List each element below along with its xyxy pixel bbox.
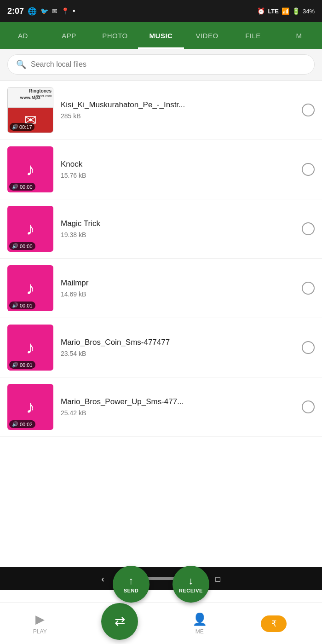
rupee-icon: ₹ <box>271 619 276 629</box>
music-note-icon: ♪ <box>26 219 35 239</box>
receive-button[interactable]: ↓ RECEIVE <box>172 566 209 603</box>
nav-me[interactable]: 👤 ME <box>181 612 218 635</box>
file-thumbnail: www.Mp3 Ringtones Direct.com ✉ 🔊00:17 <box>7 87 53 133</box>
duration-badge: 🔊00:00 <box>9 183 35 191</box>
file-select-radio[interactable] <box>302 400 315 413</box>
file-info: Mailmpr 14.69 kB <box>61 278 294 298</box>
coin-button[interactable]: ₹ <box>261 615 287 632</box>
file-name: Kisi_Ki_Muskurahaton_Pe_-_Instr... <box>61 100 294 110</box>
lte-label: LTE <box>268 8 279 15</box>
file-select-radio[interactable] <box>302 341 315 354</box>
file-info: Knock 15.76 kB <box>61 160 294 179</box>
file-select-radio[interactable] <box>302 282 315 295</box>
file-select-radio[interactable] <box>302 104 315 116</box>
duration-badge: 🔊00:02 <box>9 420 35 428</box>
tab-music[interactable]: MUSIC <box>138 22 184 49</box>
search-icon: 🔍 <box>16 59 26 70</box>
file-info: Mario_Bros_Power_Up_Sms-477... 25.42 kB <box>61 397 294 417</box>
file-select-radio[interactable] <box>302 163 315 176</box>
file-select-radio[interactable] <box>302 222 315 235</box>
twitter-icon: 🐦 <box>40 7 48 15</box>
list-item[interactable]: ♪ 🔊00:00 Magic Trick 19.38 kB <box>0 199 322 259</box>
coin-area[interactable]: ₹ <box>261 615 300 632</box>
play-icon: ▶ <box>35 612 45 627</box>
file-size: 15.76 kB <box>61 172 294 179</box>
list-item[interactable]: ♪ 🔊00:01 Mario_Bros_Coin_Sms-477477 23.5… <box>0 318 322 377</box>
mail-icon: ✉ <box>52 7 58 15</box>
list-item[interactable]: ♪ 🔊00:00 Knock 15.76 kB <box>0 140 322 199</box>
battery-level: 34% <box>303 8 315 15</box>
tab-photo[interactable]: PHOTO <box>92 22 138 49</box>
file-thumbnail: ♪ 🔊00:01 <box>7 325 53 371</box>
file-info: Magic Trick 19.38 kB <box>61 219 294 238</box>
duration-badge: 🔊00:01 <box>9 361 35 369</box>
file-size: 14.69 kB <box>61 290 294 298</box>
file-list: www.Mp3 Ringtones Direct.com ✉ 🔊00:17 Ki… <box>0 81 322 567</box>
music-note-icon: ♪ <box>26 397 35 417</box>
receive-icon: ↓ <box>188 575 194 587</box>
dot-indicator: • <box>73 7 75 15</box>
battery-icon: 🔋 <box>292 7 300 15</box>
file-size: 23.54 kB <box>61 350 294 357</box>
file-name: Mario_Bros_Coin_Sms-477477 <box>61 338 294 347</box>
file-thumbnail: ♪ 🔊00:01 <box>7 265 53 311</box>
receive-label: RECEIVE <box>179 588 203 593</box>
transfer-icon: ⇄ <box>115 614 125 629</box>
play-label: PLAY <box>33 628 47 635</box>
status-time: 2:07 <box>7 6 24 16</box>
file-info: Mario_Bros_Coin_Sms-477477 23.54 kB <box>61 338 294 357</box>
send-label: SEND <box>124 588 139 593</box>
list-item[interactable]: ♪ 🔊00:01 Mailmpr 14.69 kB <box>0 259 322 318</box>
action-buttons: ↑ SEND ↓ RECEIVE <box>0 566 322 603</box>
nav-tabs: AD APP PHOTO MUSIC VIDEO FILE M <box>0 22 322 49</box>
bottom-nav: ▶ PLAY ⇄ 👤 ME ₹ <box>0 603 322 644</box>
me-label: ME <box>196 628 204 635</box>
me-icon: 👤 <box>192 612 207 627</box>
search-input[interactable] <box>31 60 306 69</box>
tab-file[interactable]: FILE <box>230 22 276 49</box>
signal-icon: 📶 <box>282 7 289 15</box>
list-item[interactable]: ♪ 🔊00:02 Mario_Bros_Power_Up_Sms-477... … <box>0 377 322 437</box>
file-size: 285 kB <box>61 112 294 120</box>
file-thumbnail: ♪ 🔊00:02 <box>7 384 53 430</box>
tab-video[interactable]: VIDEO <box>184 22 230 49</box>
music-note-icon: ♪ <box>26 160 35 180</box>
music-note-icon: ♪ <box>26 278 35 298</box>
nav-play[interactable]: ▶ PLAY <box>22 612 58 635</box>
alarm-icon: ⏰ <box>257 7 265 15</box>
menu-bars-icon <box>290 620 300 627</box>
maps-icon: 📍 <box>61 7 69 15</box>
status-bar: 2:07 🌐 🐦 ✉ 📍 • ⏰ LTE 📶 🔋 34% <box>0 0 322 22</box>
tab-app[interactable]: APP <box>46 22 92 49</box>
tab-more[interactable]: M <box>276 22 322 49</box>
send-icon: ↑ <box>128 575 134 587</box>
file-size: 19.38 kB <box>61 231 294 238</box>
file-thumbnail: ♪ 🔊00:00 <box>7 206 53 252</box>
list-item[interactable]: www.Mp3 Ringtones Direct.com ✉ 🔊00:17 Ki… <box>0 81 322 140</box>
file-name: Magic Trick <box>61 219 294 228</box>
tab-ad[interactable]: AD <box>0 22 46 49</box>
duration-badge: 🔊00:01 <box>9 302 35 309</box>
file-name: Mario_Bros_Power_Up_Sms-477... <box>61 397 294 406</box>
file-name: Knock <box>61 160 294 169</box>
file-info: Kisi_Ki_Muskurahaton_Pe_-_Instr... 285 k… <box>61 100 294 120</box>
file-thumbnail: ♪ 🔊00:00 <box>7 146 53 192</box>
duration-badge: 🔊00:00 <box>9 242 35 250</box>
music-note-icon: ♪ <box>26 338 35 358</box>
send-button[interactable]: ↑ SEND <box>113 566 150 603</box>
file-name: Mailmpr <box>61 278 294 288</box>
chrome-icon: 🌐 <box>28 7 37 16</box>
file-size: 25.42 kB <box>61 409 294 417</box>
search-bar: 🔍 <box>0 49 322 81</box>
nav-transfer-button[interactable]: ⇄ <box>101 603 138 640</box>
